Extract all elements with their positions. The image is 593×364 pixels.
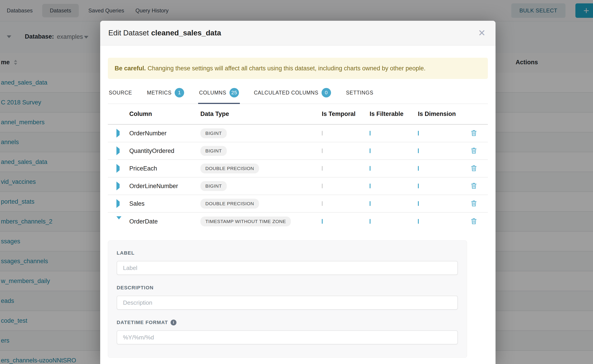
description-label: DESCRIPTION [117,285,458,291]
is-dimension-checkbox[interactable] [418,166,419,171]
edit-dataset-modal: Edit Datasetcleaned_sales_data ✕ Be care… [100,21,495,364]
expand-caret-icon[interactable] [116,164,120,173]
delete-column-icon[interactable] [471,130,477,137]
header-column: Column [129,110,200,117]
tab-source[interactable]: SOURCE [108,85,133,104]
tab-label: METRICS [147,90,171,96]
modal-title: Edit Datasetcleaned_sales_data [108,29,221,37]
data-type-pill: DOUBLE PRECISION [200,163,259,173]
data-type-pill: DOUBLE PRECISION [200,199,259,209]
warning-text: Changing these settings will affect all … [148,65,426,72]
tab-count-badge: 0 [322,88,331,98]
label-input[interactable] [117,261,458,275]
datetime-format-label: DATETIME FORMATi [117,319,458,325]
is-filterable-checkbox[interactable] [370,148,370,153]
is-dimension-checkbox[interactable] [418,184,419,188]
column-name: Sales [129,200,200,207]
datetime-format-input[interactable] [117,330,458,344]
tab-columns[interactable]: COLUMNS25 [198,85,240,104]
columns-table-body: OrderNumberBIGINTQuantityOrderedBIGINTPr… [108,125,488,230]
modal-tabs: SOURCEMETRICS1COLUMNS25CALCULATED COLUMN… [108,85,488,104]
column-row: QuantityOrderedBIGINT [108,142,488,160]
tab-metrics[interactable]: METRICS1 [146,85,185,104]
column-row: OrderNumberBIGINT [108,125,488,142]
delete-column-icon[interactable] [471,165,477,172]
header-is-filterable: Is Filterable [370,110,418,117]
column-name: OrderDate [129,218,200,225]
tab-calculated-columns[interactable]: CALCULATED COLUMNS0 [253,85,332,104]
label-label: LABEL [117,250,458,256]
delete-column-icon[interactable] [471,200,477,208]
is-temporal-checkbox[interactable] [322,148,323,153]
description-field-group: DESCRIPTION [117,285,458,310]
description-input[interactable] [117,296,458,310]
label-field-group: LABEL [117,250,458,275]
is-temporal-checkbox[interactable] [322,131,323,136]
datetime-format-field-group: DATETIME FORMATi [117,319,458,344]
column-detail-panel: LABELDESCRIPTIONDATETIME FORMATi [108,240,467,358]
is-temporal-checkbox[interactable] [322,184,323,188]
is-filterable-checkbox[interactable] [370,184,370,188]
delete-column-icon[interactable] [471,147,477,155]
column-name: OrderLineNumber [129,183,200,190]
is-filterable-checkbox[interactable] [370,201,370,206]
dataset-name: cleaned_sales_data [151,29,221,37]
column-row: PriceEachDOUBLE PRECISION [108,160,488,177]
is-filterable-checkbox[interactable] [370,131,370,136]
tab-label: CALCULATED COLUMNS [254,90,318,96]
delete-column-icon[interactable] [471,218,477,225]
close-icon[interactable]: ✕ [477,27,487,38]
data-type-pill: TIMESTAMP WITHOUT TIME ZONE [200,216,291,227]
is-dimension-checkbox[interactable] [418,201,419,206]
data-type-pill: BIGINT [200,146,227,156]
warning-bold: Be careful. [115,65,146,72]
is-dimension-checkbox[interactable] [418,148,419,153]
tab-settings[interactable]: SETTINGS [345,85,374,104]
data-type-pill: BIGINT [200,181,227,191]
column-row: OrderLineNumberBIGINT [108,177,488,195]
column-row: SalesDOUBLE PRECISION [108,195,488,213]
is-filterable-checkbox[interactable] [370,219,370,224]
info-icon[interactable]: i [171,319,177,325]
columns-table-header: Column Data Type Is Temporal Is Filterab… [108,104,488,125]
header-is-dimension: Is Dimension [418,110,460,117]
is-dimension-checkbox[interactable] [418,131,419,136]
header-data-type: Data Type [200,110,322,117]
expand-caret-icon[interactable] [116,146,120,155]
tab-label: COLUMNS [199,90,226,96]
collapse-caret-icon[interactable] [116,216,121,223]
header-is-temporal: Is Temporal [322,110,370,117]
is-filterable-checkbox[interactable] [370,166,370,171]
delete-column-icon[interactable] [471,182,477,190]
warning-banner: Be careful. Changing these settings will… [108,58,488,79]
expand-caret-icon[interactable] [116,199,120,208]
is-dimension-checkbox[interactable] [418,219,419,224]
tab-count-badge: 1 [175,88,184,98]
is-temporal-checkbox[interactable] [322,166,323,171]
data-type-pill: BIGINT [200,128,227,138]
tab-label: SETTINGS [346,90,373,96]
modal-header: Edit Datasetcleaned_sales_data ✕ [100,21,495,46]
column-row: OrderDateTIMESTAMP WITHOUT TIME ZONE [108,213,488,230]
modal-body: Be careful. Changing these settings will… [100,46,495,358]
is-temporal-checkbox[interactable] [322,219,323,224]
column-name: OrderNumber [129,130,200,137]
column-name: QuantityOrdered [129,148,200,155]
expand-caret-icon[interactable] [116,129,120,137]
column-name: PriceEach [129,165,200,172]
tab-count-badge: 25 [230,88,239,98]
is-temporal-checkbox[interactable] [322,201,323,206]
expand-caret-icon[interactable] [116,182,120,190]
tab-label: SOURCE [109,90,132,96]
